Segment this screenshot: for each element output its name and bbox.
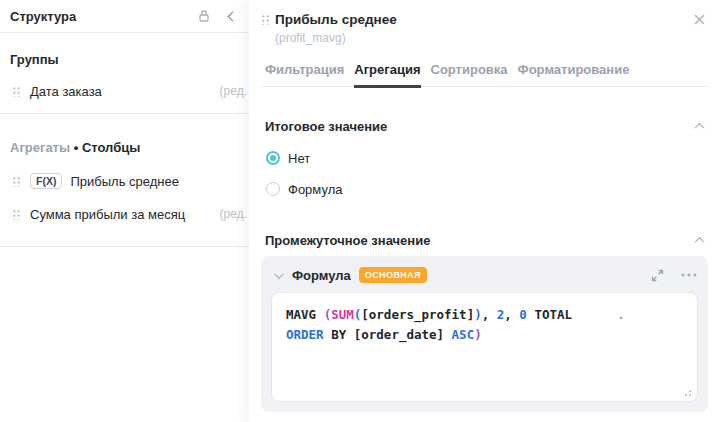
radio-label: Нет bbox=[288, 151, 310, 166]
chevron-up-icon bbox=[694, 236, 704, 246]
tab-formatting[interactable]: Форматирование bbox=[518, 62, 630, 86]
item-edit-hint[interactable]: (ред. bbox=[220, 84, 247, 98]
intermediate-value-title: Промежуточное значение bbox=[265, 233, 690, 248]
formula-card: Формула ОСНОВНАЯ bbox=[261, 256, 708, 412]
panel-title: Прибыль среднее bbox=[275, 12, 690, 27]
panel-header: Прибыль среднее bbox=[261, 10, 708, 28]
total-value-section-header: Итоговое значение bbox=[261, 117, 708, 135]
drag-handle-icon[interactable] bbox=[261, 13, 269, 25]
total-value-title: Итоговое значение bbox=[265, 119, 690, 134]
radio-selected-icon[interactable] bbox=[266, 151, 280, 165]
primary-badge: ОСНОВНАЯ bbox=[359, 267, 427, 283]
chevron-left-icon bbox=[227, 11, 237, 21]
tab-sorting[interactable]: Сортировка bbox=[431, 62, 508, 86]
item-label: Прибыль среднее bbox=[70, 174, 179, 189]
collapse-intermediate-button[interactable] bbox=[690, 231, 708, 249]
radio-unselected-icon[interactable] bbox=[266, 182, 280, 196]
formula-fx-badge: F(X) bbox=[30, 173, 62, 189]
drag-handle-icon[interactable] bbox=[12, 175, 20, 187]
lock-icon[interactable] bbox=[195, 7, 213, 25]
tab-filtering[interactable]: Фильтрация bbox=[265, 62, 344, 86]
structure-title: Структура bbox=[10, 9, 195, 24]
drag-handle-icon[interactable] bbox=[12, 208, 20, 220]
collapse-total-button[interactable] bbox=[690, 117, 708, 135]
expand-icon[interactable] bbox=[648, 266, 666, 284]
close-icon[interactable] bbox=[690, 10, 708, 28]
formula-code[interactable]: MAVG (SUM([orders_profit]), 2, 0 TOTAL .… bbox=[286, 305, 683, 345]
item-label: Дата заказа bbox=[30, 84, 102, 99]
collapse-formula-button[interactable] bbox=[271, 266, 283, 284]
radio-formula[interactable]: Формула bbox=[266, 179, 708, 199]
separator-dot: • bbox=[74, 140, 79, 155]
structure-header: Структура bbox=[0, 0, 249, 33]
aggregates-section-title: Агрегаты • Столбцы bbox=[10, 140, 249, 155]
drag-handle-icon[interactable] bbox=[12, 85, 20, 97]
item-edit-hint[interactable]: (ред. bbox=[220, 207, 247, 221]
chevron-down-icon bbox=[273, 269, 283, 279]
radio-none[interactable]: Нет bbox=[266, 148, 708, 168]
divider bbox=[0, 113, 249, 114]
formula-title: Формула bbox=[292, 268, 351, 283]
aggregates-label: Агрегаты bbox=[10, 140, 70, 155]
list-item-order-date[interactable]: Дата заказа (ред. bbox=[0, 81, 249, 101]
field-settings-panel: Прибыль среднее (profit_mavg) Фильтрация… bbox=[249, 0, 724, 422]
item-label: Сумма прибыли за месяц bbox=[30, 207, 185, 222]
intermediate-value-section-header: Промежуточное значение bbox=[261, 231, 708, 249]
groups-section-title: Группы bbox=[10, 52, 249, 67]
collapse-panel-button[interactable] bbox=[223, 7, 241, 25]
screen: Структура Группы Дата заказа (ред. bbox=[0, 0, 724, 422]
list-item-month-profit-sum[interactable]: Сумма прибыли за месяц (ред. bbox=[0, 204, 249, 224]
resize-grip-icon[interactable] bbox=[682, 387, 692, 397]
tab-bar: Фильтрация Агрегация Сортировка Форматир… bbox=[261, 62, 708, 87]
structure-sidebar: Структура Группы Дата заказа (ред. bbox=[0, 0, 249, 422]
more-menu-icon[interactable] bbox=[680, 266, 698, 284]
columns-label: Столбцы bbox=[82, 140, 140, 155]
list-item-profit-avg[interactable]: F(X) Прибыль среднее bbox=[0, 171, 249, 191]
chevron-up-icon bbox=[694, 122, 704, 132]
field-id-subtitle: (profit_mavg) bbox=[275, 31, 708, 45]
divider bbox=[0, 246, 249, 247]
formula-editor[interactable]: MAVG (SUM([orders_profit]), 2, 0 TOTAL .… bbox=[271, 292, 698, 402]
radio-label: Формула bbox=[288, 182, 342, 197]
formula-card-header: Формула ОСНОВНАЯ bbox=[271, 264, 698, 286]
total-value-options: Нет Формула bbox=[261, 148, 708, 199]
tab-aggregation[interactable]: Агрегация bbox=[354, 62, 420, 86]
